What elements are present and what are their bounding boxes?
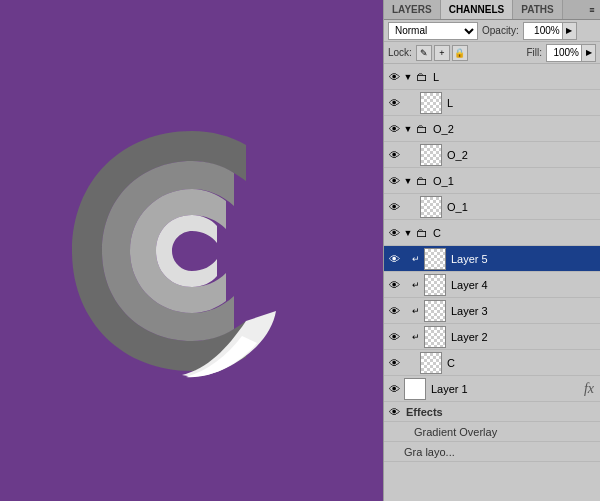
eye-icon[interactable]: 👁 [386,277,402,293]
canvas-area [0,0,383,501]
layer-name: O_1 [430,175,598,187]
eye-icon[interactable]: 👁 [386,329,402,345]
layer-name: Layer 4 [448,279,598,291]
layer-item[interactable]: 👁 O_1 [384,194,600,220]
layer-name: L [430,71,598,83]
layer-name: Layer 2 [448,331,598,343]
layer-item[interactable]: 👁 ↵ Layer 2 [384,324,600,350]
eye-icon[interactable]: 👁 [386,251,402,267]
eye-icon[interactable]: 👁 [386,225,402,241]
blend-mode-select[interactable]: Normal [388,22,478,40]
folder-icon: 🗀 [414,69,430,85]
panel-menu-button[interactable]: ≡ [584,0,600,19]
expand-icon[interactable]: ▼ [402,121,414,137]
expand-icon[interactable]: ▼ [402,225,414,241]
layer-name: C [430,227,598,239]
layer-thumbnail [424,274,446,296]
tab-channels[interactable]: CHANNELS [441,0,514,19]
layer-item[interactable]: 👁 ▼ 🗀 L [384,64,600,90]
folder-icon: 🗀 [414,225,430,241]
folder-icon: 🗀 [414,121,430,137]
opacity-label: Opacity: [482,25,519,36]
layer-thumbnail [424,248,446,270]
layer-name: C [444,357,598,369]
layer-item[interactable]: 👁 ▼ 🗀 O_2 [384,116,600,142]
layer-item[interactable]: 👁 ▼ 🗀 C [384,220,600,246]
eye-icon[interactable]: 👁 [386,404,402,420]
layer-thumbnail [404,378,426,400]
tab-layers[interactable]: LAYERS [384,0,441,19]
gradient-overlay-row[interactable]: Gradient Overlay [384,422,600,442]
layer-name: Layer 3 [448,305,598,317]
lock-all-icon[interactable]: 🔒 [452,45,468,61]
lock-pixels-icon[interactable]: ✎ [416,45,432,61]
lock-icons: ✎ + 🔒 [416,45,468,61]
layer-name: O_2 [430,123,598,135]
layer-thumbnail [420,196,442,218]
layer-thumbnail [420,352,442,374]
layer-item[interactable]: 👁 O_2 [384,142,600,168]
eye-icon[interactable]: 👁 [386,355,402,371]
eye-icon[interactable]: 👁 [386,95,402,111]
blend-mode-row: Normal Opacity: ▶ [384,20,600,42]
layer-name: L [444,97,598,109]
effect-name: Gradient Overlay [414,426,497,438]
eye-icon[interactable]: 👁 [386,303,402,319]
layer-item[interactable]: 👁 L [384,90,600,116]
link-icon: ↵ [410,254,422,264]
fill-wrap: ▶ [546,44,596,62]
lock-label: Lock: [388,47,412,58]
opacity-arrow[interactable]: ▶ [563,22,577,40]
layer-name: Layer 1 [428,383,584,395]
layer-item[interactable]: 👁 Layer 1 fx [384,376,600,402]
link-icon: ↵ [410,306,422,316]
eye-icon[interactable]: 👁 [386,173,402,189]
expand-icon[interactable]: ▼ [402,69,414,85]
lock-position-icon[interactable]: + [434,45,450,61]
fill-input[interactable] [546,44,582,62]
folder-icon: 🗀 [414,173,430,189]
expand-icon[interactable]: ▼ [402,173,414,189]
layer-name: Layer 5 [448,253,598,265]
link-icon: ↵ [410,280,422,290]
eye-icon[interactable]: 👁 [386,381,402,397]
fill-arrow[interactable]: ▶ [582,44,596,62]
layer-item[interactable]: 👁 ↵ Layer 3 [384,298,600,324]
tab-paths[interactable]: PATHS [513,0,562,19]
partial-layer-name: Gra layo... [404,446,455,458]
fill-label: Fill: [526,47,542,58]
eye-icon[interactable]: 👁 [386,147,402,163]
opacity-input[interactable] [523,22,563,40]
layer-name: O_1 [444,201,598,213]
tab-bar: LAYERS CHANNELS PATHS ≡ [384,0,600,20]
layer-thumbnail [424,326,446,348]
layer-thumbnail [424,300,446,322]
eye-icon[interactable]: 👁 [386,69,402,85]
effects-row: 👁 Effects [384,402,600,422]
fx-icon[interactable]: fx [584,381,598,397]
layer-name: O_2 [444,149,598,161]
eye-icon[interactable]: 👁 [386,121,402,137]
eye-icon[interactable]: 👁 [386,199,402,215]
c-logo [52,111,332,391]
lock-row: Lock: ✎ + 🔒 Fill: ▶ [384,42,600,64]
layer-thumbnail [420,144,442,166]
layer-item[interactable]: 👁 C [384,350,600,376]
layers-list[interactable]: 👁 ▼ 🗀 L 👁 L 👁 ▼ 🗀 O_2 👁 O_2 👁 [384,64,600,501]
layer-item[interactable]: 👁 ↵ Layer 4 [384,272,600,298]
bottom-row[interactable]: Gra layo... [384,442,600,462]
effects-label: Effects [406,406,443,418]
layer-item[interactable]: 👁 ↵ Layer 5 [384,246,600,272]
layer-item[interactable]: 👁 ▼ 🗀 O_1 [384,168,600,194]
panel-area: LAYERS CHANNELS PATHS ≡ Normal Opacity: … [383,0,600,501]
link-icon: ↵ [410,332,422,342]
layer-thumbnail [420,92,442,114]
